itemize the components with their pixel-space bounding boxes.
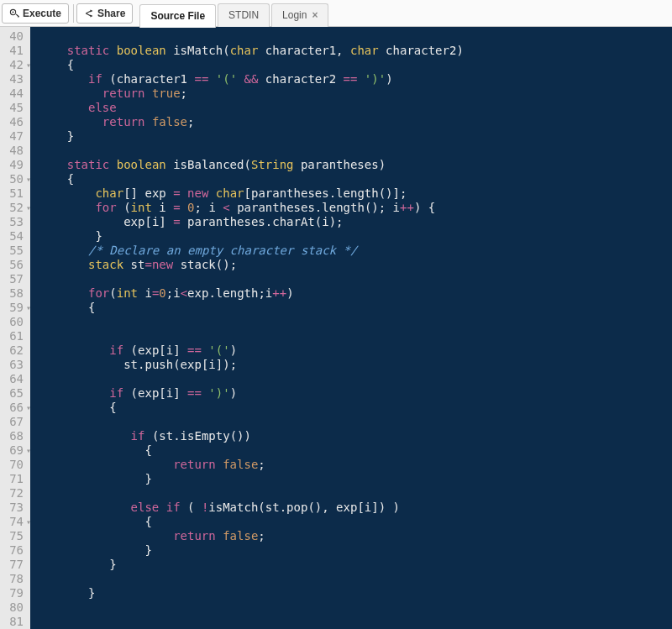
code-line[interactable]: if (character1 == '(' && character2 == '… <box>39 72 672 86</box>
line-number: 70 <box>3 458 24 472</box>
code-line[interactable] <box>39 600 672 615</box>
code-line[interactable]: { <box>39 58 672 72</box>
share-button[interactable]: Share <box>76 3 133 24</box>
line-number: 52 <box>3 201 24 215</box>
code-line[interactable]: { <box>39 301 672 315</box>
code-line[interactable]: } <box>39 586 672 600</box>
code-line[interactable]: if (st.isEmpty()) <box>39 429 672 443</box>
toolbar: Execute Share Source FileSTDINLogin× <box>0 0 672 27</box>
line-number: 71 <box>3 472 24 486</box>
code-line[interactable]: else if ( !isMatch(st.pop(), exp[i]) ) <box>39 501 672 515</box>
line-number: 79 <box>3 586 24 600</box>
line-number: 75 <box>3 529 24 543</box>
code-line[interactable] <box>39 415 672 429</box>
line-number: 48 <box>3 144 24 158</box>
toolbar-divider <box>73 4 74 23</box>
line-number: 67 <box>3 415 24 429</box>
line-number: 49 <box>3 158 24 172</box>
code-line[interactable]: return false; <box>39 115 672 129</box>
line-number: 47 <box>3 129 24 144</box>
line-number: 66 <box>3 401 24 415</box>
line-number: 59 <box>3 301 24 315</box>
close-icon[interactable]: × <box>312 9 318 21</box>
tab-login[interactable]: Login× <box>271 3 328 27</box>
line-number: 51 <box>3 186 24 201</box>
line-number: 69 <box>3 443 24 458</box>
line-number: 58 <box>3 286 24 301</box>
line-number: 60 <box>3 315 24 329</box>
line-number: 41 <box>3 44 24 58</box>
line-number: 72 <box>3 486 24 501</box>
svg-point-1 <box>13 11 14 13</box>
line-number: 55 <box>3 244 24 258</box>
code-line[interactable]: } <box>39 558 672 572</box>
code-area[interactable]: static boolean isMatch(char character1, … <box>30 27 672 629</box>
line-number: 62 <box>3 343 24 358</box>
tab-stdin[interactable]: STDIN <box>218 3 270 27</box>
line-number-gutter: 4041424344454647484950515253545556575859… <box>0 27 30 629</box>
line-number: 45 <box>3 101 24 115</box>
code-line[interactable]: { <box>39 443 672 458</box>
share-label: Share <box>97 8 125 19</box>
line-number: 53 <box>3 215 24 229</box>
line-number: 57 <box>3 272 24 286</box>
execute-label: Execute <box>23 8 61 19</box>
code-line[interactable]: for(int i=0;i<exp.length;i++) <box>39 286 672 301</box>
line-number: 73 <box>3 501 24 515</box>
code-line[interactable] <box>39 572 672 586</box>
tab-bar: Source FileSTDINLogin× <box>139 0 330 27</box>
share-icon <box>84 8 94 18</box>
code-line[interactable]: return true; <box>39 86 672 101</box>
line-number: 74 <box>3 515 24 529</box>
code-line[interactable]: } <box>39 472 672 486</box>
code-line[interactable] <box>39 372 672 386</box>
line-number: 50 <box>3 172 24 186</box>
line-number: 54 <box>3 229 24 244</box>
code-line[interactable]: } <box>39 129 672 144</box>
code-line[interactable]: { <box>39 172 672 186</box>
code-line[interactable] <box>39 144 672 158</box>
code-line[interactable]: if (exp[i] == ')') <box>39 386 672 401</box>
tab-label: Login <box>282 9 307 21</box>
code-line[interactable] <box>39 272 672 286</box>
code-line[interactable] <box>39 329 672 343</box>
tab-label: STDIN <box>228 9 259 21</box>
line-number: 61 <box>3 329 24 343</box>
code-line[interactable]: st.push(exp[i]); <box>39 358 672 372</box>
code-line[interactable]: { <box>39 401 672 415</box>
code-line[interactable]: static boolean isMatch(char character1, … <box>39 44 672 58</box>
line-number: 42 <box>3 58 24 72</box>
code-line[interactable] <box>39 29 672 44</box>
code-line[interactable]: return false; <box>39 529 672 543</box>
gear-run-icon <box>9 8 19 18</box>
code-line[interactable] <box>39 315 672 329</box>
execute-button[interactable]: Execute <box>2 3 69 24</box>
code-line[interactable]: char[] exp = new char[parantheses.length… <box>39 186 672 201</box>
code-line[interactable]: static boolean isBalanced(String paranth… <box>39 158 672 172</box>
code-line[interactable]: } <box>39 543 672 558</box>
svg-marker-3 <box>91 9 93 12</box>
line-number: 78 <box>3 572 24 586</box>
code-line[interactable]: exp[i] = parantheses.charAt(i); <box>39 215 672 229</box>
code-line[interactable] <box>39 615 672 629</box>
line-number: 44 <box>3 86 24 101</box>
code-line[interactable] <box>39 486 672 501</box>
line-number: 63 <box>3 358 24 372</box>
code-line[interactable]: /* Declare an empty character stack */ <box>39 244 672 258</box>
code-line[interactable]: { <box>39 515 672 529</box>
code-line[interactable]: stack st=new stack(); <box>39 258 672 272</box>
code-line[interactable]: } <box>39 229 672 244</box>
code-editor[interactable]: 4041424344454647484950515253545556575859… <box>0 27 672 629</box>
svg-marker-4 <box>91 14 93 17</box>
tab-label: Source File <box>150 10 205 22</box>
line-number: 81 <box>3 615 24 629</box>
code-line[interactable]: return false; <box>39 458 672 472</box>
code-line[interactable]: for (int i = 0; i < parantheses.length()… <box>39 201 672 215</box>
line-number: 80 <box>3 600 24 615</box>
line-number: 64 <box>3 372 24 386</box>
line-number: 65 <box>3 386 24 401</box>
tab-source-file[interactable]: Source File <box>139 4 216 28</box>
line-number: 40 <box>3 29 24 44</box>
code-line[interactable]: else <box>39 101 672 115</box>
code-line[interactable]: if (exp[i] == '(') <box>39 343 672 358</box>
